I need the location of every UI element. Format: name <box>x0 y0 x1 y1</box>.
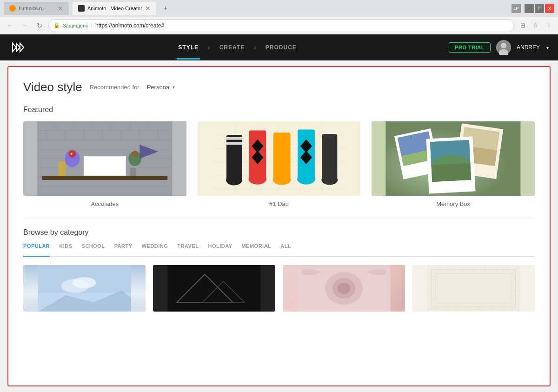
section-divider <box>23 219 535 219</box>
svg-rect-50 <box>226 137 242 140</box>
refresh-button[interactable]: ↻ <box>33 20 46 32</box>
accolades-thumb: ★ <box>23 121 186 196</box>
nav-steps: STYLE › CREATE › PRODUCE <box>26 44 449 51</box>
cat-tab-memorial[interactable]: MEMORIAL <box>241 243 271 252</box>
nav-step-produce-label: PRODUCE <box>266 44 297 51</box>
url-bar[interactable]: 🔒 Защищено | https://animoto.com/create# <box>48 19 514 32</box>
new-tab-button[interactable]: + <box>160 3 171 14</box>
browse-section-title: Browse by category <box>23 228 535 237</box>
pro-trial-button[interactable]: PRO TRIAL <box>449 42 491 53</box>
cat-tab-wedding[interactable]: WEDDING <box>142 243 168 252</box>
svg-rect-92 <box>427 265 520 312</box>
avatar-icon <box>496 40 511 55</box>
rose-thumb-image <box>283 265 405 312</box>
svg-point-52 <box>226 174 242 185</box>
maximize-button[interactable]: ☐ <box>535 4 544 13</box>
content-card: Video style Recommended for Personal ▾ F… <box>7 66 551 386</box>
bottom-thumb-cream[interactable] <box>412 265 535 312</box>
svg-point-35 <box>132 151 138 157</box>
secure-label: Защищено <box>63 23 88 28</box>
address-bar: ← → ↻ 🔒 Защищено | https://animoto.com/c… <box>0 17 558 34</box>
translate-icon[interactable]: ⊞ <box>517 20 528 31</box>
bottom-thumb-sky[interactable] <box>23 265 146 312</box>
tab-lumpics-close[interactable]: ✕ <box>58 5 63 12</box>
cat-tab-all[interactable]: ALL <box>280 243 291 252</box>
window-controls: LP — ☐ ✕ <box>512 4 554 13</box>
menu-icon[interactable]: ⋮ <box>543 20 554 31</box>
tab-animoto[interactable]: Animoto - Video Creator ✕ <box>73 2 156 15</box>
lumpics-favicon <box>9 5 16 12</box>
user-name: ANDREY <box>517 44 540 51</box>
secure-icon: 🔒 <box>53 22 60 28</box>
nav-step-style[interactable]: STYLE <box>169 44 208 51</box>
svg-rect-28 <box>84 156 126 176</box>
cat-tab-school[interactable]: SCHOOL <box>82 243 105 252</box>
tab-lumpics[interactable]: Lumpics.ru ✕ <box>4 2 69 15</box>
animoto-logo-icon <box>11 40 25 54</box>
memory-label: Memory Box <box>436 200 470 207</box>
category-tabs: POPULAR KIDS SCHOOL PARTY WEDDING TRAVEL… <box>23 243 535 257</box>
cat-tab-party[interactable]: PARTY <box>114 243 133 252</box>
featured-item-dad[interactable]: #1 Dad <box>198 121 361 207</box>
user-avatar <box>496 40 511 55</box>
nav-step-create[interactable]: CREATE <box>210 44 254 51</box>
accolades-image: ★ <box>23 121 186 196</box>
card-inner: Video style Recommended for Personal ▾ F… <box>8 67 550 385</box>
svg-text:★: ★ <box>70 152 73 156</box>
back-button[interactable]: ← <box>4 20 16 32</box>
svg-point-30 <box>58 161 66 168</box>
svg-rect-63 <box>322 134 337 180</box>
bottom-thumb-dark[interactable] <box>153 265 275 312</box>
bottom-thumb-rose[interactable] <box>283 265 405 312</box>
featured-section-title: Featured <box>23 106 535 114</box>
nav-step-produce[interactable]: PRODUCE <box>256 44 306 51</box>
title-bar: Lumpics.ru ✕ Animoto - Video Creator ✕ +… <box>0 0 558 17</box>
cat-tab-popular[interactable]: POPULAR <box>23 243 50 257</box>
featured-item-memory[interactable]: Memory Box <box>372 121 535 207</box>
featured-grid: ★ Accolades <box>23 121 535 207</box>
tab-animoto-label: Animoto - Video Creator <box>87 6 142 11</box>
cat-tab-holiday[interactable]: HOLIDAY <box>208 243 232 252</box>
user-menu-chevron[interactable]: ▾ <box>546 45 549 50</box>
cat-tab-kids[interactable]: KIDS <box>59 243 72 252</box>
svg-point-64 <box>321 175 338 185</box>
svg-marker-0 <box>13 43 16 52</box>
page-title-row: Video style Recommended for Personal ▾ <box>23 80 535 94</box>
app-logo[interactable] <box>9 39 26 56</box>
bookmark-icon[interactable]: ☆ <box>530 20 541 31</box>
nav-step-create-label: CREATE <box>219 44 245 51</box>
svg-point-56 <box>248 173 266 184</box>
tab-animoto-close[interactable]: ✕ <box>145 5 151 12</box>
memory-thumb <box>372 121 535 196</box>
address-bar-actions: ⊞ ☆ ⋮ <box>517 20 554 31</box>
url-text: https://animoto.com/create# <box>95 22 509 29</box>
svg-point-58 <box>272 175 291 185</box>
svg-point-83 <box>73 277 96 288</box>
animoto-favicon <box>78 5 85 12</box>
recommended-select[interactable]: Personal ▾ <box>147 84 175 91</box>
sky-thumb-image <box>23 265 146 312</box>
svg-point-91 <box>338 283 351 294</box>
lp-badge: LP <box>512 4 521 13</box>
memory-image <box>372 121 535 196</box>
svg-rect-49 <box>226 135 242 180</box>
dad-label: #1 Dad <box>269 200 289 207</box>
main-content: Video style Recommended for Personal ▾ F… <box>0 60 558 392</box>
close-button[interactable]: ✕ <box>545 4 554 13</box>
browser-frame: Lumpics.ru ✕ Animoto - Video Creator ✕ +… <box>0 0 558 392</box>
svg-rect-27 <box>42 176 167 180</box>
featured-item-accolades[interactable]: ★ Accolades <box>23 121 186 207</box>
svg-point-62 <box>297 173 315 184</box>
svg-rect-79 <box>432 163 472 182</box>
svg-rect-85 <box>168 265 261 312</box>
svg-point-4 <box>501 43 506 48</box>
dad-thumb <box>198 121 361 196</box>
bottom-thumb-grid <box>23 265 535 385</box>
svg-rect-37 <box>130 168 136 176</box>
minimize-button[interactable]: — <box>525 4 534 13</box>
svg-rect-57 <box>273 133 290 180</box>
forward-button[interactable]: → <box>19 20 31 32</box>
dark-thumb-image <box>153 265 275 312</box>
page-title: Video style <box>23 80 82 94</box>
cat-tab-travel[interactable]: TRAVEL <box>177 243 199 252</box>
